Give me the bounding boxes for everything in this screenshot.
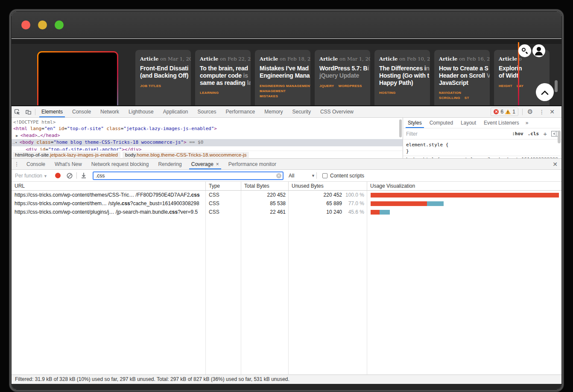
article-card-list: Article on Mar 1, 202Front-End Dissati(a…	[135, 50, 550, 105]
tab-performance[interactable]: Performance	[221, 106, 260, 117]
devtools-body: <!DOCTYPE html><html lang="en" id="top-o…	[12, 118, 561, 159]
column-header-total-bytes[interactable]: Total Bytes	[241, 182, 289, 190]
article-card[interactable]: Article on Feb 16, 20How to Create a SHe…	[434, 50, 490, 105]
column-header-url[interactable]: URL	[12, 182, 206, 190]
content-scripts-checkbox[interactable]	[322, 173, 327, 178]
settings-gear-icon[interactable]: ⚙	[524, 108, 536, 116]
export-download-icon[interactable]	[81, 172, 87, 179]
sidebar-tabs-overflow-icon[interactable]: »	[523, 118, 531, 128]
drawer-tab-what-s-new[interactable]: What's New	[50, 159, 87, 169]
tab-memory[interactable]: Memory	[260, 106, 287, 117]
sidebar-tab-computed[interactable]: Computed	[426, 118, 457, 128]
tag-st[interactable]: ST	[465, 96, 469, 100]
toggle-hover-state-button[interactable]: :hov	[512, 131, 523, 136]
tag-scrolling[interactable]: SCROLLING	[439, 96, 460, 100]
site-account-button[interactable]	[532, 44, 545, 57]
search-icon	[522, 48, 526, 52]
new-style-rule-button[interactable]: +	[543, 130, 547, 137]
tab-application[interactable]: Application	[158, 106, 193, 117]
sidebar-tab-layout[interactable]: Layout	[457, 118, 480, 128]
dom-node[interactable]: <html lang="en" id="top-of-site" class="…	[12, 125, 403, 132]
inspect-element-button[interactable]	[12, 106, 23, 117]
article-card[interactable]: Article on Mar 1, 202Front-End Dissati(a…	[135, 50, 191, 105]
drawer-tab-coverage[interactable]: Coverage×	[187, 159, 224, 169]
article-title[interactable]: Front-End Dissati(and Backing Off)	[140, 65, 186, 79]
tag-jquery[interactable]: JQUERY	[319, 84, 334, 88]
drawer-tab-console[interactable]: Console	[22, 159, 50, 169]
clear-coverage-icon[interactable]	[67, 173, 73, 179]
article-title[interactable]: How to Create a SHeader on Scroll VJavaS…	[439, 65, 485, 86]
close-drawer-icon[interactable]: ✕	[549, 159, 561, 169]
close-devtools-icon[interactable]: ✕	[547, 108, 559, 115]
tab-elements[interactable]: Elements	[37, 106, 67, 117]
site-search-button[interactable]	[518, 44, 531, 57]
coverage-row[interactable]: https://css-tricks.com/wp-content/themes…	[12, 191, 561, 199]
styles-filter-input[interactable]	[406, 131, 508, 137]
style-rules[interactable]: element.style { }	[403, 139, 561, 157]
toggle-device-toolbar-button[interactable]	[23, 106, 34, 117]
dom-node[interactable]: ▶ <head>…</head>	[12, 132, 403, 139]
styles-scrollbar-thumb[interactable]	[558, 131, 561, 143]
drawer-tab-performance-monitor[interactable]: Performance monitor	[224, 159, 281, 169]
article-title[interactable]: Mistakes I’ve MadEngineering Mana	[260, 65, 306, 79]
clear-filter-icon[interactable]: ✕	[276, 173, 281, 178]
article-title[interactable]: The Differences inHosting (Go with tHapp…	[379, 65, 425, 86]
article-title[interactable]: Explorinof Widt	[499, 65, 545, 79]
tag-height[interactable]: HEIGHT	[499, 84, 512, 88]
url-filter-input[interactable]	[93, 171, 284, 180]
article-card[interactable]: Article on Mar 1, 202WordPress 5.7: BijQ…	[315, 50, 370, 105]
column-header-usage-visualization[interactable]: Usage Visualization	[367, 182, 561, 190]
breadcrumb-item[interactable]: body.home.blog.theme-CSS-Tricks-18.wooco…	[123, 152, 249, 158]
column-header-unused-bytes[interactable]: Unused Bytes	[289, 182, 367, 190]
tag-wordpress[interactable]: WORDPRESS	[338, 84, 362, 88]
breadcrumb-item[interactable]: html#top-of-site.jetpack-lazy-images-js-…	[12, 152, 120, 158]
page-scrollbar-thumb[interactable]	[555, 80, 558, 92]
tab-security[interactable]: Security	[288, 106, 316, 117]
tab-console[interactable]: Console	[67, 106, 96, 117]
styles-filter-row: :hov .cls +	[403, 128, 561, 139]
close-window-button[interactable]	[21, 20, 30, 29]
coverage-row[interactable]: https://css-tricks.com/wp-content/them… …	[12, 199, 561, 208]
tag-hosting[interactable]: HOSTING	[379, 91, 396, 95]
tag-engineering-management[interactable]: ENGINEERING MANAGEMENT	[260, 84, 310, 88]
tag-job-titles[interactable]: JOB TITLES	[140, 84, 161, 88]
console-issues-badge[interactable]: ✕ 6 1	[491, 107, 518, 116]
tab-network[interactable]: Network	[96, 106, 124, 117]
tab-css-overview[interactable]: CSS Overview	[316, 106, 358, 117]
dom-node[interactable]: <div id="top-of-site-pixel-anchor"></div…	[12, 146, 403, 151]
column-header-type[interactable]: Type	[206, 182, 241, 190]
record-coverage-button[interactable]	[55, 173, 61, 178]
dom-node[interactable]: <!DOCTYPE html>	[12, 119, 403, 125]
elements-scrollbar-thumb[interactable]	[399, 119, 402, 137]
more-options-icon[interactable]: ⋮	[536, 109, 547, 115]
article-title[interactable]: To the brain, readcomputer code issame a…	[200, 65, 246, 86]
tag-mistakes[interactable]: MISTAKES	[260, 94, 278, 98]
tab-sources[interactable]: Sources	[193, 106, 221, 117]
tag-management[interactable]: MANAGEMENT	[260, 89, 286, 93]
sidebar-tab-event-listeners[interactable]: Event Listeners	[480, 118, 523, 128]
elements-panel: <!DOCTYPE html><html lang="en" id="top-o…	[12, 118, 403, 159]
article-card[interactable]: Article on Feb 22, 20To the brain, readc…	[195, 50, 251, 105]
drawer-tab-network-request-blocking[interactable]: Network request blocking	[87, 159, 154, 169]
dom-node-selected[interactable]: ‥▾ <body class="home blog theme-CSS-Tric…	[12, 139, 403, 146]
sidebar-tab-styles[interactable]: Styles	[404, 118, 426, 128]
coverage-row[interactable]: https://css-tricks.com/wp-content/plugin…	[12, 208, 561, 216]
tag-learning[interactable]: LEARNING	[200, 91, 219, 95]
scroll-to-top-button[interactable]	[536, 83, 554, 101]
zoom-window-button[interactable]	[55, 20, 64, 29]
article-card[interactable]: Article on Feb 18, 20Mistakes I’ve MadEn…	[255, 50, 310, 105]
close-coverage-tab-icon[interactable]: ×	[216, 161, 219, 167]
article-title[interactable]: WordPress 5.7: BijQuery Update	[319, 65, 365, 79]
toggle-class-button[interactable]: .cls	[528, 131, 539, 136]
minimize-window-button[interactable]	[38, 20, 47, 29]
article-card[interactable]: Article on Feb 10, 20The Differences inH…	[374, 50, 430, 105]
type-filter-dropdown[interactable]: All ▼	[289, 173, 315, 179]
coverage-scope-dropdown[interactable]: Per function▼	[15, 173, 47, 179]
dom-tree[interactable]: <!DOCTYPE html><html lang="en" id="top-o…	[12, 118, 403, 151]
drawer-menu-icon[interactable]: ⋮	[12, 159, 22, 169]
device-toolbar-icon	[25, 109, 32, 115]
drawer-tab-rendering[interactable]: Rendering	[153, 159, 186, 169]
tag-navigation[interactable]: NAVIGATION	[439, 91, 461, 95]
tab-lighthouse[interactable]: Lighthouse	[124, 106, 158, 117]
css-tricks-logo-card[interactable]	[37, 51, 118, 105]
